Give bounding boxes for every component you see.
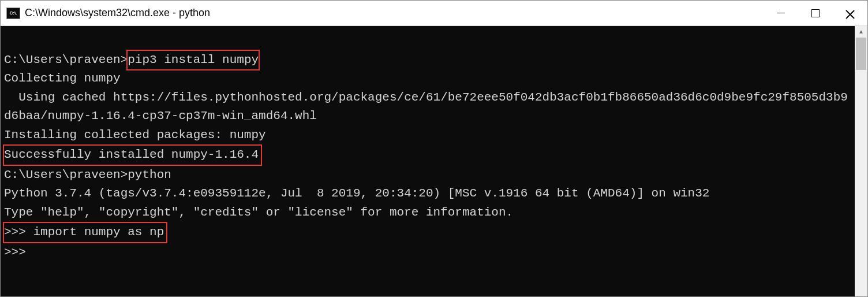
cmd-window: C:\. C:\Windows\system32\cmd.exe - pytho… [0,0,868,297]
scrollbar[interactable]: ▲ [855,26,867,296]
cmd-icon: C:\. [6,8,20,19]
output: Successfully installed numpy-1.16.4 [4,148,259,161]
terminal-output[interactable]: C:\Users\praveen>pip3 install numpyColle… [1,26,855,296]
title-bar[interactable]: C:\. C:\Windows\system32\cmd.exe - pytho… [1,1,867,26]
terminal-line: >>> [4,243,851,262]
command: import numpy as np [33,225,164,239]
highlight-box: >>> import numpy as np [3,222,167,243]
terminal-line: Installing collected packages: numpy [4,126,851,145]
terminal-line: >>> import numpy as np [4,222,851,243]
terminal-line: C:\Users\praveen>pip3 install numpy [4,51,851,70]
terminal-area: C:\Users\praveen>pip3 install numpyColle… [1,26,867,296]
terminal-line: C:\Users\praveen>python [4,166,851,185]
prompt: C:\Users\praveen> [4,53,128,66]
highlight-box: Successfully installed numpy-1.16.4 [3,144,262,166]
terminal-line: Type "help", "copyright", "credits" or "… [4,203,851,222]
window-controls [764,1,867,25]
scroll-thumb[interactable] [856,38,866,70]
close-button[interactable] [833,1,867,25]
terminal-line: Using cached https://files.pythonhosted.… [4,88,851,126]
prompt: >>> [4,225,33,239]
command: python [128,168,171,181]
terminal-line: Collecting numpy [4,69,851,88]
window-title: C:\Windows\system32\cmd.exe - python [25,7,764,19]
scroll-up-icon[interactable]: ▲ [855,26,867,38]
terminal-line: Successfully installed numpy-1.16.4 [4,144,851,166]
minimize-button[interactable] [764,1,798,25]
terminal-line: Python 3.7.4 (tags/v3.7.4:e09359112e, Ju… [4,184,851,203]
maximize-button[interactable] [798,1,833,25]
command: pip3 install numpy [128,53,259,66]
prompt: C:\Users\praveen> [4,168,128,181]
highlight-box: pip3 install numpy [126,50,260,71]
